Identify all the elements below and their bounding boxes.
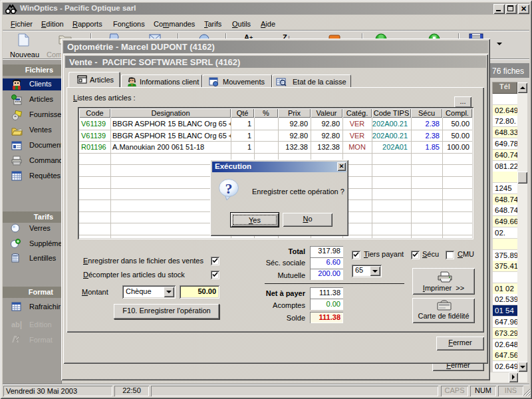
svg-text:?: ?: [225, 180, 233, 197]
